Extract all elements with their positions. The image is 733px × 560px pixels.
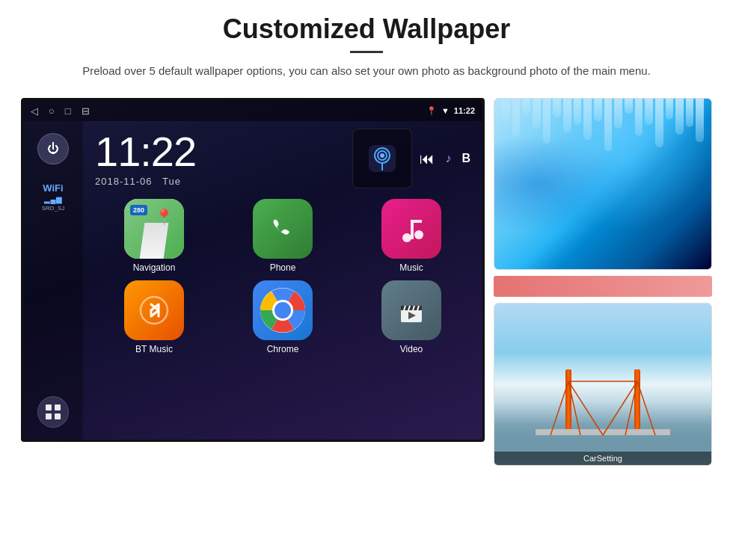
status-right: 📍 ▼ 11:22 (426, 106, 475, 116)
nav-badge-label: 280 (130, 205, 147, 215)
list-item[interactable]: Music (351, 199, 472, 273)
list-item[interactable]: BT Music (93, 280, 215, 354)
bridge-structure (536, 368, 670, 443)
music-note-icon: ♪ (445, 152, 451, 165)
carsetting-label: CarSetting (494, 452, 711, 465)
android-screen: ◁ ○ □ ⊟ 📍 ▼ 11:22 ⏻ WiFi ▂▄▆ SRD_SJ (21, 98, 485, 442)
list-item[interactable]: Phone (222, 199, 343, 273)
home-icon[interactable]: ○ (49, 105, 55, 117)
navigation-app-icon[interactable]: 280 📍 (124, 199, 184, 259)
bt-music-app-icon[interactable] (124, 280, 184, 340)
svg-line-26 (568, 381, 603, 435)
prev-track-button[interactable]: ⏮ (420, 150, 435, 167)
svg-line-28 (625, 381, 637, 435)
svg-rect-1 (55, 404, 61, 410)
svg-line-29 (603, 381, 637, 435)
wallpaper-preview-bridge[interactable]: CarSetting (494, 303, 712, 466)
sidebar: ⏻ WiFi ▂▄▆ SRD_SJ (23, 121, 83, 440)
apps-button[interactable] (37, 396, 69, 428)
location-icon: 📍 (426, 106, 437, 116)
music-app-icon[interactable] (381, 199, 441, 259)
top-row: 11:22 2018-11-06 Tue (83, 121, 482, 193)
svg-rect-3 (55, 413, 61, 419)
status-nav-icons: ◁ ○ □ ⊟ (31, 105, 90, 117)
icicles-decoration (494, 99, 711, 151)
svg-point-16 (275, 302, 291, 319)
page-description: Preload over 5 default wallpaper options… (75, 62, 658, 80)
content-area: ◁ ○ □ ⊟ 📍 ▼ 11:22 ⏻ WiFi ▂▄▆ SRD_SJ (0, 87, 733, 466)
recent-icon[interactable]: □ (65, 105, 71, 117)
bridge-wallpaper: CarSetting (494, 304, 711, 465)
navigation-app-label: Navigation (133, 262, 176, 273)
title-divider (350, 51, 383, 53)
wifi-label: WiFi (42, 182, 65, 194)
list-item[interactable]: Chrome (222, 280, 343, 354)
svg-line-27 (637, 381, 655, 435)
status-bar: ◁ ○ □ ⊟ 📍 ▼ 11:22 (23, 100, 482, 121)
list-item[interactable]: 280 📍 Navigation (93, 199, 215, 273)
media-title: B (461, 152, 470, 165)
nav-pin-icon: 📍 (155, 208, 174, 226)
phone-app-label: Phone (270, 262, 296, 273)
center-content: 11:22 2018-11-06 Tue (83, 121, 482, 440)
clock-date: 2018-11-06 Tue (95, 176, 345, 187)
svg-line-25 (568, 381, 580, 435)
wifi-signal-icon: ▼ (441, 106, 450, 115)
bt-music-app-label: BT Music (135, 344, 173, 354)
phone-app-icon[interactable] (253, 199, 313, 259)
clock-time: 11:22 (95, 131, 345, 173)
wifi-ssid: SRD_SJ (42, 205, 65, 212)
svg-rect-2 (46, 413, 52, 419)
wifi-section: WiFi ▂▄▆ SRD_SJ (42, 182, 65, 212)
music-app-label: Music (399, 262, 423, 273)
chrome-app-icon[interactable] (253, 280, 313, 340)
svg-point-10 (414, 230, 423, 239)
video-app-icon[interactable] (381, 280, 441, 340)
screenshot-icon[interactable]: ⊟ (82, 105, 90, 117)
status-time: 11:22 (454, 106, 475, 115)
svg-rect-12 (411, 220, 422, 223)
svg-point-13 (141, 297, 168, 324)
clock-section: 11:22 2018-11-06 Tue (95, 131, 345, 187)
app-grid: 280 📍 Navigation Phone (83, 193, 482, 362)
list-item[interactable]: Video (351, 280, 472, 354)
page-title: Customized Wallpaper (45, 13, 688, 45)
page-header: Customized Wallpaper Preload over 5 defa… (0, 0, 733, 87)
chrome-app-label: Chrome (267, 344, 299, 354)
back-icon[interactable]: ◁ (31, 105, 38, 117)
ice-cave-wallpaper (494, 99, 711, 269)
media-controls: ⏮ ♪ B (420, 150, 470, 167)
right-panel: CarSetting (494, 98, 712, 466)
svg-rect-0 (46, 404, 52, 410)
svg-point-7 (380, 153, 384, 158)
screen-body: ⏻ WiFi ▂▄▆ SRD_SJ (23, 121, 482, 440)
svg-line-24 (550, 381, 568, 435)
date-value: 2018-11-06 (95, 176, 153, 187)
video-app-label: Video (400, 344, 423, 354)
top-widgets (352, 129, 412, 188)
svg-point-9 (402, 233, 411, 242)
antenna-widget[interactable] (352, 129, 412, 188)
color-strip-preview (494, 276, 712, 297)
wifi-signal-bars: ▂▄▆ (42, 195, 65, 203)
wallpaper-preview-ice[interactable] (494, 98, 712, 270)
power-button[interactable]: ⏻ (37, 133, 69, 164)
day-value: Tue (162, 176, 181, 187)
